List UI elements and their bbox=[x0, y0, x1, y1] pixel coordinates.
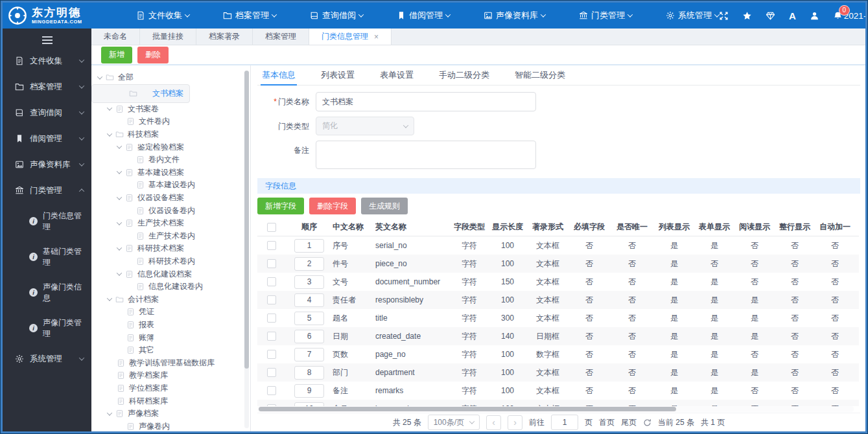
topbar-menu-borrow-management[interactable]: 借阅管理 bbox=[397, 10, 450, 21]
tree-item[interactable]: 科研档案库 bbox=[91, 394, 250, 407]
row-checkbox[interactable] bbox=[267, 386, 276, 395]
tree-item[interactable]: 声像档案 bbox=[91, 407, 250, 420]
sidebar-item-av-library[interactable]: 声像资料库 bbox=[3, 152, 91, 177]
order-input[interactable]: 9 bbox=[294, 384, 324, 398]
topbar-menu-category-management[interactable]: 门类管理 bbox=[579, 10, 632, 21]
tab-档案管理[interactable]: 档案管理 bbox=[253, 29, 309, 45]
tree-item[interactable]: 仪器设备卷内 bbox=[91, 204, 250, 217]
detail-tab-智能二级分类[interactable]: 智能二级分类 bbox=[513, 65, 567, 85]
expander-icon[interactable] bbox=[117, 270, 122, 275]
tree-item[interactable]: 卷内文件 bbox=[91, 154, 250, 166]
star-icon[interactable] bbox=[742, 11, 752, 21]
expander-icon[interactable] bbox=[117, 245, 122, 250]
user-icon[interactable] bbox=[810, 11, 819, 21]
row-checkbox[interactable] bbox=[267, 332, 276, 341]
add-field-button[interactable]: 新增字段 bbox=[257, 198, 304, 214]
detail-tab-列表设置[interactable]: 列表设置 bbox=[320, 65, 356, 85]
expander-icon[interactable] bbox=[117, 220, 122, 225]
topbar-menu-av-library[interactable]: 声像资料库 bbox=[484, 10, 545, 21]
row-checkbox[interactable] bbox=[267, 350, 276, 359]
tree-item[interactable]: 教学档案库 bbox=[91, 369, 250, 382]
expander-icon[interactable] bbox=[97, 74, 102, 79]
order-input[interactable]: 4 bbox=[294, 293, 324, 307]
expander-icon[interactable] bbox=[107, 106, 112, 111]
topbar-menu-system-management[interactable]: 系统管理 bbox=[666, 10, 719, 21]
gem-icon[interactable] bbox=[766, 11, 775, 21]
tab-未命名[interactable]: 未命名 bbox=[91, 29, 140, 45]
tree-item[interactable]: 科技档案 bbox=[91, 128, 250, 141]
fullscreen-icon[interactable] bbox=[719, 11, 729, 21]
sidebar-subitem-av-category-management[interactable]: i声像门类管理 bbox=[3, 310, 91, 346]
delete-button[interactable]: 删除 bbox=[137, 47, 169, 63]
tree-item[interactable]: 基本建设档案 bbox=[91, 166, 250, 179]
row-checkbox[interactable] bbox=[267, 314, 276, 323]
row-checkbox[interactable] bbox=[267, 368, 276, 377]
first-page-link[interactable]: 首页 bbox=[599, 417, 615, 428]
detail-tab-基本信息[interactable]: 基本信息 bbox=[261, 65, 297, 85]
tree-item[interactable]: 鉴定检验档案 bbox=[91, 141, 250, 154]
last-page-link[interactable]: 尾页 bbox=[621, 417, 637, 428]
remark-textarea[interactable] bbox=[316, 141, 536, 169]
bell-icon[interactable]: 0 bbox=[833, 11, 843, 21]
generate-rule-button[interactable]: 生成规则 bbox=[361, 198, 408, 214]
sidebar-item-category-management[interactable]: 门类管理 bbox=[3, 177, 91, 203]
sidebar-subitem-basic-category-management[interactable]: i基础门类管理 bbox=[3, 239, 91, 275]
tree-item[interactable]: 全部 bbox=[91, 71, 250, 84]
tree-item[interactable]: 文件卷内 bbox=[91, 115, 250, 128]
row-checkbox[interactable] bbox=[267, 241, 276, 250]
sidebar-item-system-management[interactable]: 系统管理 bbox=[3, 346, 91, 372]
tab-批量挂接[interactable]: 批量挂接 bbox=[140, 29, 196, 45]
order-input[interactable]: 8 bbox=[294, 366, 324, 380]
tree-item[interactable]: 生产技术档案 bbox=[91, 217, 250, 230]
tree-item[interactable]: 科研技术档案 bbox=[91, 242, 250, 255]
expander-icon[interactable] bbox=[117, 144, 122, 149]
order-input[interactable]: 1 bbox=[294, 239, 324, 253]
sidebar-subitem-av-category-info[interactable]: i声像门类信息 bbox=[3, 275, 91, 310]
tree-item[interactable]: 信息化建设档案 bbox=[91, 268, 250, 280]
delete-field-button[interactable]: 删除字段 bbox=[309, 198, 356, 214]
expander-icon[interactable] bbox=[117, 194, 122, 200]
tree-item[interactable]: 科研技术卷内 bbox=[91, 255, 250, 268]
page-size-select[interactable]: 100条/页 bbox=[428, 415, 480, 430]
sidebar-subitem-category-info-management[interactable]: i门类信息管理 bbox=[3, 203, 91, 239]
tree-scrollbar-thumb[interactable] bbox=[244, 71, 249, 369]
expander-icon[interactable] bbox=[107, 296, 112, 301]
tab-门类信息管理[interactable]: 门类信息管理× bbox=[309, 29, 392, 45]
sidebar-collapse-button[interactable] bbox=[3, 32, 91, 48]
category-type-select[interactable]: 简化 bbox=[316, 117, 414, 135]
order-input[interactable]: 3 bbox=[294, 275, 324, 289]
tree-item[interactable]: 账簿 bbox=[91, 331, 250, 344]
detail-tab-手动二级分类[interactable]: 手动二级分类 bbox=[438, 65, 491, 85]
tree-item[interactable]: 凭证 bbox=[91, 306, 250, 319]
tree-item[interactable]: 生产技术卷内 bbox=[91, 230, 250, 243]
topbar-menu-file-collection[interactable]: 文件收集 bbox=[136, 10, 189, 21]
expander-icon[interactable] bbox=[107, 410, 112, 415]
row-checkbox[interactable] bbox=[267, 295, 276, 304]
tab-档案著录[interactable]: 档案著录 bbox=[196, 29, 253, 45]
tree-item[interactable]: 文书案卷 bbox=[91, 103, 250, 116]
font-icon[interactable]: A bbox=[789, 11, 796, 21]
tree-item[interactable]: 基本建设卷内 bbox=[91, 179, 250, 192]
sidebar-item-borrow-management[interactable]: 借阅管理 bbox=[3, 126, 91, 152]
table-horizontal-scrollbar[interactable] bbox=[257, 406, 854, 412]
prev-page-button[interactable]: ‹ bbox=[486, 415, 501, 430]
tree-item[interactable]: 其它 bbox=[91, 344, 250, 357]
tree-item[interactable]: 仪器设备档案 bbox=[91, 192, 250, 205]
tree-scrollbar[interactable] bbox=[244, 71, 249, 428]
tree-item[interactable]: 信息化建设卷内 bbox=[91, 280, 250, 293]
close-icon[interactable]: × bbox=[374, 33, 379, 41]
sidebar-item-archive-management[interactable]: 档案管理 bbox=[3, 74, 91, 100]
tree-item[interactable]: 文书档案 bbox=[91, 84, 190, 103]
select-all-checkbox[interactable] bbox=[267, 223, 276, 232]
page-number-input[interactable] bbox=[551, 415, 578, 430]
add-button[interactable]: 新增 bbox=[101, 47, 132, 63]
tree-item[interactable]: 学位档案库 bbox=[91, 382, 250, 395]
row-checkbox[interactable] bbox=[267, 277, 276, 286]
detail-tab-表单设置[interactable]: 表单设置 bbox=[379, 65, 415, 85]
category-name-input[interactable] bbox=[316, 92, 536, 111]
sidebar-item-query-borrow[interactable]: 查询借阅 bbox=[3, 100, 91, 126]
topbar-menu-query-borrow[interactable]: 查询借阅 bbox=[310, 10, 363, 21]
order-input[interactable]: 7 bbox=[294, 348, 324, 361]
tree-item[interactable]: 教学训练管理基础数据库 bbox=[91, 356, 250, 369]
topbar-menu-archive-management[interactable]: 档案管理 bbox=[223, 10, 276, 21]
